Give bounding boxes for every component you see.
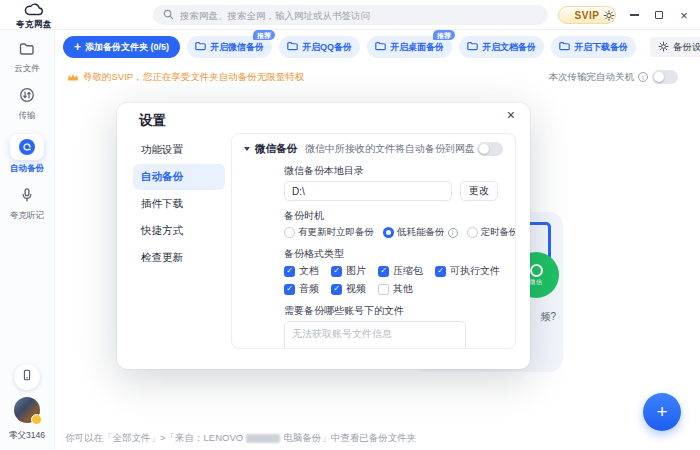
recommend-badge: 推荐 bbox=[253, 30, 275, 40]
format-options-row2: 音频 视频 其他 bbox=[284, 282, 503, 296]
mobile-app-button[interactable] bbox=[14, 364, 40, 390]
settings-modal: 设置 × 功能设置 自动备份 插件下载 快捷方式 检查更新 微信备份 微信中所接… bbox=[117, 103, 530, 369]
recommend-badge: 推荐 bbox=[433, 30, 455, 40]
section-description: 微信中所接收的文件将自动备份到网盘 bbox=[305, 142, 475, 156]
tab-shortcuts[interactable]: 快捷方式 bbox=[133, 218, 225, 244]
wechat-backup-settings: 微信备份本地目录 更改 备份时机 有更新时立即备份 低耗能备份 bbox=[284, 164, 503, 349]
tab-function-settings[interactable]: 功能设置 bbox=[133, 137, 225, 163]
sidebar-bottom: 零父3146 bbox=[9, 364, 45, 450]
minimize-button[interactable] bbox=[628, 8, 640, 22]
checkbox-icon[interactable] bbox=[435, 266, 446, 277]
checkbox-images[interactable]: 图片 bbox=[331, 264, 366, 278]
search-bar[interactable] bbox=[153, 5, 548, 25]
checkbox-icon[interactable] bbox=[378, 284, 389, 295]
radio-immediate-backup[interactable]: 有更新时立即备份 bbox=[284, 226, 374, 239]
app-name: 夸克网盘 bbox=[11, 20, 57, 29]
auto-shutdown-toggle[interactable] bbox=[652, 70, 678, 84]
local-dir-label: 微信备份本地目录 bbox=[284, 164, 503, 177]
radio-icon[interactable] bbox=[284, 227, 295, 238]
checkbox-icon[interactable] bbox=[284, 266, 295, 277]
window-controls: × bbox=[603, 0, 690, 30]
checkbox-other[interactable]: 其他 bbox=[378, 282, 413, 296]
sidebar-item-cloud-files[interactable]: 云文件 bbox=[14, 42, 40, 75]
phone-icon bbox=[20, 368, 34, 386]
backup-toolbar: + 添加备份文件夹 (0/5) 开启微信备份 推荐 开启QQ备份 开启桌面备份 … bbox=[55, 30, 700, 64]
radio-scheduled-backup[interactable]: 定时备份 bbox=[467, 226, 517, 239]
accounts-label: 需要备份哪些账号下的文件 bbox=[284, 304, 503, 317]
folder-backup-icon bbox=[195, 41, 206, 53]
close-icon[interactable]: × bbox=[507, 108, 515, 122]
statusbar: 你可以在「全部文件」>「来自：LENOVO 电脑备份」中查看已备份文件夹 bbox=[65, 432, 416, 445]
wechat-backup-header: 微信备份 微信中所接收的文件将自动备份到网盘 bbox=[244, 142, 503, 156]
search-input[interactable] bbox=[180, 10, 538, 21]
backup-sync-icon bbox=[10, 134, 44, 160]
enable-qq-backup-button[interactable]: 开启QQ备份 bbox=[279, 36, 360, 58]
section-title: 微信备份 bbox=[255, 142, 297, 156]
wechat-backup-panel: 微信备份 微信中所接收的文件将自动备份到网盘 微信备份本地目录 更改 备份时机 bbox=[231, 133, 516, 349]
checkbox-icon[interactable] bbox=[331, 284, 342, 295]
add-backup-folder-button[interactable]: + 添加备份文件夹 (0/5) bbox=[63, 36, 180, 58]
info-icon[interactable]: i bbox=[638, 72, 648, 82]
add-fab-button[interactable]: + bbox=[643, 393, 681, 431]
enable-desktop-backup-button[interactable]: 开启桌面备份 推荐 bbox=[367, 36, 452, 58]
checkbox-documents[interactable]: 文档 bbox=[284, 264, 319, 278]
sidebar-item-listen-notes[interactable]: 夸克听记 bbox=[10, 187, 44, 222]
modal-body: 功能设置 自动备份 插件下载 快捷方式 检查更新 微信备份 微信中所接收的文件将… bbox=[117, 133, 530, 369]
checkbox-icon[interactable] bbox=[331, 266, 342, 277]
topbar: 夸克网盘 SVIP × bbox=[0, 0, 700, 30]
gear-icon bbox=[658, 41, 669, 54]
statusbar-text-suffix: 电脑备份」中查看已备份文件夹 bbox=[283, 432, 416, 445]
folder-backup-icon bbox=[375, 41, 386, 53]
change-dir-button[interactable]: 更改 bbox=[460, 181, 498, 201]
radio-icon[interactable] bbox=[467, 227, 478, 238]
settings-tabs: 功能设置 自动备份 插件下载 快捷方式 检查更新 bbox=[117, 133, 229, 369]
auto-shutdown-label: 本次传输完自动关机 bbox=[549, 71, 635, 84]
tab-auto-backup[interactable]: 自动备份 bbox=[133, 164, 225, 190]
sidebar-item-label: 夸克听记 bbox=[10, 210, 44, 222]
checkbox-audio[interactable]: 音频 bbox=[284, 282, 319, 296]
transfer-icon bbox=[19, 87, 35, 107]
user-avatar[interactable] bbox=[14, 397, 40, 423]
folder-icon bbox=[19, 42, 35, 60]
cloud-logo-icon bbox=[24, 2, 44, 19]
auto-shutdown-control: 本次传输完自动关机 i bbox=[549, 70, 679, 84]
promo-question-fragment: 频? bbox=[540, 310, 556, 324]
enable-documents-backup-button[interactable]: 开启文档备份 bbox=[459, 36, 544, 58]
checkbox-icon[interactable] bbox=[284, 284, 295, 295]
checkbox-icon[interactable] bbox=[378, 266, 389, 277]
checkbox-executables[interactable]: 可执行文件 bbox=[435, 264, 500, 278]
folder-backup-icon bbox=[287, 41, 298, 53]
crown-icon bbox=[67, 68, 79, 86]
checkbox-video[interactable]: 视频 bbox=[331, 282, 366, 296]
checkbox-archives[interactable]: 压缩包 bbox=[378, 264, 423, 278]
enable-wechat-backup-button[interactable]: 开启微信备份 推荐 bbox=[187, 36, 272, 58]
local-dir-input[interactable] bbox=[284, 181, 452, 201]
accounts-input[interactable] bbox=[284, 321, 466, 349]
backup-settings-button[interactable]: 备份设置 bbox=[650, 37, 700, 57]
statusbar-text-prefix: 你可以在「全部文件」>「来自：LENOVO bbox=[65, 432, 243, 445]
tab-plugin-download[interactable]: 插件下载 bbox=[133, 191, 225, 217]
close-window-button[interactable]: × bbox=[678, 8, 690, 22]
timing-options: 有更新时立即备份 低耗能备份 i 定时备份 bbox=[284, 226, 503, 239]
microphone-icon bbox=[19, 187, 35, 207]
sidebar-item-label: 传输 bbox=[19, 110, 36, 122]
theme-gear-icon[interactable] bbox=[603, 8, 615, 22]
tab-check-update[interactable]: 检查更新 bbox=[133, 245, 225, 271]
search-icon bbox=[163, 6, 174, 24]
timing-label: 备份时机 bbox=[284, 209, 503, 222]
folder-backup-icon bbox=[559, 41, 570, 53]
plus-icon: + bbox=[74, 41, 81, 53]
wechat-backup-toggle[interactable] bbox=[477, 142, 503, 156]
app-logo: 夸克网盘 bbox=[11, 2, 57, 29]
maximize-button[interactable] bbox=[653, 8, 665, 22]
radio-icon[interactable] bbox=[383, 227, 394, 238]
enable-downloads-backup-button[interactable]: 开启下载备份 bbox=[551, 36, 636, 58]
radio-low-power-backup[interactable]: 低耗能备份 i bbox=[383, 226, 458, 239]
sidebar-item-transfer[interactable]: 传输 bbox=[19, 87, 36, 122]
redacted-device-name bbox=[246, 434, 280, 443]
app-window: 夸克网盘 SVIP × 云文件 bbox=[0, 0, 700, 450]
collapse-caret-icon[interactable] bbox=[244, 147, 250, 151]
sidebar-item-auto-backup[interactable]: 自动备份 bbox=[10, 134, 44, 175]
username: 零父3146 bbox=[9, 430, 45, 442]
info-icon[interactable]: i bbox=[448, 228, 458, 238]
